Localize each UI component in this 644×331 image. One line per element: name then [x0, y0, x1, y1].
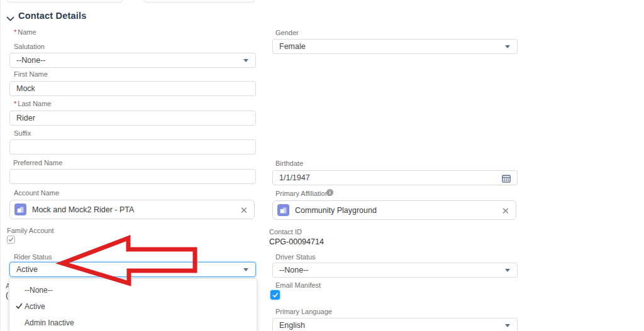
gender-label: Gender — [275, 29, 299, 36]
info-icon[interactable]: i — [326, 189, 333, 196]
rider-status-value: Active — [16, 265, 38, 274]
name-field-label: *Name — [14, 28, 36, 36]
account-icon — [277, 204, 289, 216]
check-icon — [16, 303, 23, 312]
menu-item-admin-inactive[interactable]: Admin Inactive — [9, 315, 257, 331]
contact-details-form: ✕ Contact Details *Name Salutation --Non… — [0, 0, 644, 331]
primary-affiliation-label: Primary Affiliation — [275, 190, 329, 197]
preferred-name-input[interactable] — [9, 169, 256, 184]
salutation-label: Salutation — [14, 43, 45, 50]
contact-id-value: CPG-00094714 — [269, 237, 324, 246]
chevron-down-icon — [243, 268, 248, 271]
birthdate-input[interactable]: 1/1/1947 — [272, 170, 518, 185]
salutation-combobox[interactable]: --None-- — [9, 53, 256, 68]
check-icon — [272, 292, 279, 298]
required-asterisk: * — [14, 100, 16, 107]
menu-item-none[interactable]: --None-- — [9, 282, 257, 298]
primary-language-label: Primary Language — [275, 308, 332, 315]
email-manifest-checkbox[interactable] — [270, 290, 280, 300]
chevron-down-icon — [243, 59, 248, 62]
rider-status-combobox[interactable]: Active — [9, 262, 256, 277]
gender-value: Female — [279, 42, 306, 51]
account-name-label: Account Name — [14, 189, 59, 197]
first-name-input[interactable]: Mock — [9, 81, 256, 96]
chevron-down-icon[interactable] — [6, 13, 14, 24]
account-icon — [14, 203, 26, 215]
suffix-input[interactable] — [9, 139, 256, 155]
section-title[interactable]: Contact Details — [18, 11, 87, 21]
chevron-down-icon — [505, 45, 510, 48]
driver-status-value: --None-- — [279, 266, 309, 274]
close-icon: ✕ — [111, 0, 117, 1]
clipped-input-above-right — [143, 0, 255, 3]
last-name-label: *Last Name — [14, 100, 51, 107]
account-name-lookup-pill[interactable]: Mock and Mock2 Rider - PTA ✕ — [9, 200, 255, 219]
driver-status-label: Driver Status — [275, 253, 316, 261]
primary-affiliation-lookup-pill[interactable]: Community Playground ✕ — [272, 200, 516, 220]
birthdate-value: 1/1/1947 — [279, 173, 310, 182]
calendar-icon[interactable] — [502, 174, 511, 185]
rider-status-label: Rider Status — [14, 253, 52, 261]
check-icon — [8, 237, 14, 242]
primary-affiliation-value: Community Playground — [295, 206, 377, 215]
family-account-label: Family Account — [7, 227, 54, 234]
birthdate-label: Birthdate — [275, 160, 303, 167]
required-asterisk: * — [14, 28, 16, 36]
remove-icon[interactable]: ✕ — [240, 205, 248, 214]
chevron-down-icon — [505, 269, 510, 272]
email-manifest-label: Email Manifest — [275, 281, 321, 289]
clipped-input-above-left: ✕ — [7, 0, 123, 3]
rider-status-dropdown-menu: --None-- Active Admin Inactive — [9, 278, 257, 331]
family-account-checkbox[interactable] — [7, 236, 15, 244]
obscured-value-fragment: ( — [6, 291, 8, 300]
last-name-input[interactable]: Rider — [9, 111, 256, 126]
gender-combobox[interactable]: Female — [272, 39, 518, 54]
primary-language-value: English — [279, 321, 305, 330]
preferred-name-label: Preferred Name — [13, 159, 62, 166]
menu-item-active[interactable]: Active — [9, 298, 257, 315]
last-name-value: Rider — [16, 114, 35, 122]
suffix-label: Suffix — [14, 129, 31, 137]
contact-id-label: Contact ID — [269, 228, 302, 236]
remove-icon[interactable]: ✕ — [501, 205, 509, 215]
driver-status-combobox[interactable]: --None-- — [272, 263, 518, 278]
salutation-value: --None-- — [16, 56, 46, 65]
chevron-down-icon — [505, 324, 510, 327]
account-name-value: Mock and Mock2 Rider - PTA — [32, 205, 134, 214]
first-name-value: Mock — [16, 84, 35, 93]
first-name-label: First Name — [14, 70, 48, 78]
primary-language-combobox[interactable]: English — [272, 318, 518, 331]
